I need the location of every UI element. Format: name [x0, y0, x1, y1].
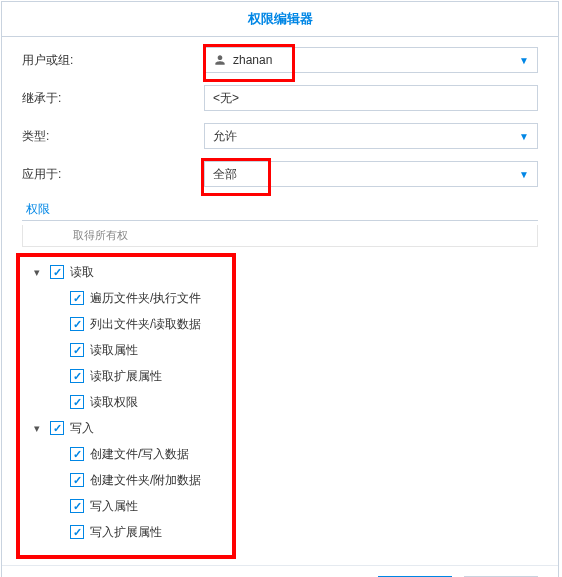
tree-node-write[interactable]: ▾ ✓ 写入 [30, 415, 538, 441]
user-icon [213, 53, 227, 67]
tree-label: 读取权限 [90, 394, 138, 411]
user-group-select[interactable]: zhanan ▼ [204, 47, 538, 73]
user-group-label: 用户或组: [22, 52, 204, 69]
tree-child-read[interactable]: ✓读取属性 [64, 337, 538, 363]
dialog-footer: 确定 关闭 [2, 565, 558, 577]
tree-child-read[interactable]: ✓遍历文件夹/执行文件 [64, 285, 538, 311]
checkbox[interactable]: ✓ [70, 369, 84, 383]
tree-child-write[interactable]: ✓写入属性 [64, 493, 538, 519]
chevron-down-icon: ▼ [519, 55, 529, 66]
tree-label: 创建文件夹/附加数据 [90, 472, 201, 489]
checkbox[interactable]: ✓ [70, 343, 84, 357]
type-value: 允许 [213, 128, 519, 145]
apply-label: 应用于: [22, 166, 204, 183]
tree-child-read[interactable]: ✓列出文件夹/读取数据 [64, 311, 538, 337]
checkbox-read[interactable]: ✓ [50, 265, 64, 279]
collapse-icon[interactable]: ▾ [30, 422, 44, 435]
tree-child-read[interactable]: ✓读取扩展属性 [64, 363, 538, 389]
checkbox[interactable]: ✓ [70, 473, 84, 487]
collapse-icon[interactable]: ▾ [30, 266, 44, 279]
chevron-down-icon: ▼ [519, 169, 529, 180]
tree-label: 创建文件/写入数据 [90, 446, 189, 463]
permission-tree: ▾ ✓ 读取 ✓遍历文件夹/执行文件✓列出文件夹/读取数据✓读取属性✓读取扩展属… [16, 253, 544, 555]
tree-label: 写入 [70, 420, 94, 437]
checkbox[interactable]: ✓ [70, 499, 84, 513]
tree-label: 读取属性 [90, 342, 138, 359]
tree-label: 列出文件夹/读取数据 [90, 316, 201, 333]
apply-select[interactable]: 全部 ▼ [204, 161, 538, 187]
inherit-value: <无> [213, 90, 529, 107]
tree-label: 写入扩展属性 [90, 524, 162, 541]
permissions-header: 权限 [22, 199, 538, 221]
checkbox[interactable]: ✓ [70, 395, 84, 409]
form-area: 用户或组: zhanan ▼ 继承于: <无> 类型: 允许 ▼ 应用于: 全部 [2, 37, 558, 187]
user-group-value: zhanan [233, 53, 519, 67]
inherit-select[interactable]: <无> [204, 85, 538, 111]
truncated-row: 取得所有权 [22, 225, 538, 247]
tree-label: 读取扩展属性 [90, 368, 162, 385]
apply-value: 全部 [213, 166, 519, 183]
checkbox[interactable]: ✓ [70, 447, 84, 461]
chevron-down-icon: ▼ [519, 131, 529, 142]
tree-label: 读取 [70, 264, 94, 281]
tree-node-read[interactable]: ▾ ✓ 读取 [30, 259, 538, 285]
permission-editor-dialog: 权限编辑器 用户或组: zhanan ▼ 继承于: <无> 类型: 允许 ▼ 应… [1, 1, 559, 577]
checkbox[interactable]: ✓ [70, 291, 84, 305]
type-select[interactable]: 允许 ▼ [204, 123, 538, 149]
type-label: 类型: [22, 128, 204, 145]
checkbox[interactable]: ✓ [70, 317, 84, 331]
dialog-title: 权限编辑器 [2, 2, 558, 37]
tree-child-write[interactable]: ✓创建文件夹/附加数据 [64, 467, 538, 493]
tree-child-write[interactable]: ✓写入扩展属性 [64, 519, 538, 545]
tree-child-write[interactable]: ✓创建文件/写入数据 [64, 441, 538, 467]
inherit-label: 继承于: [22, 90, 204, 107]
checkbox[interactable]: ✓ [70, 525, 84, 539]
checkbox-write[interactable]: ✓ [50, 421, 64, 435]
tree-label: 遍历文件夹/执行文件 [90, 290, 201, 307]
tree-label: 写入属性 [90, 498, 138, 515]
tree-child-read[interactable]: ✓读取权限 [64, 389, 538, 415]
